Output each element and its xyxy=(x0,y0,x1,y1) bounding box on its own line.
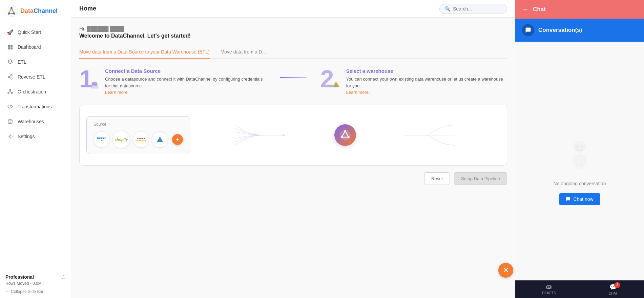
source-icons: Walmart ✦ shopify amazon advertising xyxy=(94,131,183,148)
chat-now-button[interactable]: Chat now xyxy=(559,193,600,205)
share-icon xyxy=(7,73,14,80)
logo-icon xyxy=(5,5,18,17)
datachannel-hub xyxy=(334,124,356,146)
svg-point-36 xyxy=(348,136,350,138)
svg-rect-43 xyxy=(580,165,583,169)
step-2: 2 Select a warehouse You can connect you… xyxy=(320,67,507,95)
logo: DataChannel xyxy=(0,0,71,22)
step-1-title: Connect a Data Source xyxy=(105,68,266,74)
tab-etl[interactable]: Move data from a Data Source to your Dat… xyxy=(79,46,210,59)
step-1-desc: Choose a datasource and connect it with … xyxy=(105,76,266,89)
svg-point-40 xyxy=(581,146,583,147)
header: Home 🔍 xyxy=(71,0,515,18)
svg-rect-17 xyxy=(11,92,13,93)
float-close-button[interactable]: ✕ xyxy=(498,263,513,278)
sidebar-item-settings[interactable]: Settings xyxy=(0,129,71,144)
content-area: Hi, ██████ ████ Welcome to DataChannel, … xyxy=(71,18,515,298)
svg-rect-5 xyxy=(8,45,10,47)
source-box: Source Walmart ✦ shopify amazon advertis… xyxy=(86,116,190,154)
grid-icon xyxy=(7,44,14,50)
step-1-icon xyxy=(89,81,100,91)
svg-point-34 xyxy=(344,130,346,132)
output-flow xyxy=(356,122,500,149)
source-shopify: shopify xyxy=(112,131,130,148)
svg-line-19 xyxy=(8,91,10,92)
source-walmart: Walmart ✦ xyxy=(94,131,110,148)
add-source-button[interactable]: + xyxy=(172,134,183,145)
sidebar: DataChannel 🚀 Quick Start Dashboard ETL xyxy=(0,0,71,298)
svg-point-39 xyxy=(576,146,578,147)
sidebar-item-warehouses[interactable]: Warehouses xyxy=(0,114,71,129)
tickets-button[interactable]: 🎟 TICKETS xyxy=(542,283,556,295)
chat-back-button[interactable]: ← xyxy=(522,5,529,13)
chat-header-title: Chat xyxy=(533,6,546,13)
sidebar-item-dashboard[interactable]: Dashboard xyxy=(0,40,71,55)
svg-point-41 xyxy=(572,154,587,166)
svg-marker-9 xyxy=(8,60,13,62)
svg-point-23 xyxy=(9,136,11,137)
source-label: Source xyxy=(94,122,183,127)
sidebar-item-etl[interactable]: ETL xyxy=(0,55,71,69)
svg-line-14 xyxy=(9,77,11,78)
svg-rect-15 xyxy=(9,89,11,90)
chat-conv-icon xyxy=(522,24,534,36)
code-icon xyxy=(7,103,14,110)
svg-rect-25 xyxy=(92,82,97,86)
tab-reverse-etl[interactable]: Move data from a D... xyxy=(221,46,266,59)
sidebar-item-reverse-etl[interactable]: Reverse ETL xyxy=(0,69,71,84)
hub-icon xyxy=(334,124,356,146)
step-1-link[interactable]: Learn more. xyxy=(105,90,129,95)
chat-tab-button[interactable]: 💬 CHAT 2 xyxy=(609,283,618,295)
gear-icon xyxy=(7,133,14,140)
search-icon: 🔍 xyxy=(444,6,450,12)
source-google-ads xyxy=(152,131,168,148)
output-flow-svg xyxy=(401,122,455,149)
conversations-title: Conversation(s) xyxy=(538,27,582,34)
rocket-icon: 🚀 xyxy=(7,29,14,36)
chat-body: No ongoing conversation Chat now xyxy=(515,42,644,298)
pipeline-diagram: Source Walmart ✦ shopify amazon advertis… xyxy=(79,105,507,166)
greeting-line: Hi, ██████ ████ xyxy=(79,26,507,31)
svg-point-3 xyxy=(8,13,10,15)
flow-arrow xyxy=(190,122,334,149)
chat-panel: ← Chat Conversation(s) No ongoing conver… xyxy=(515,0,644,298)
svg-rect-8 xyxy=(11,47,13,49)
svg-line-21 xyxy=(10,105,11,109)
sidebar-item-quick-start[interactable]: 🚀 Quick Start xyxy=(0,25,71,40)
step-2-icon xyxy=(331,80,341,90)
step-2-content: Select a warehouse You can connect your … xyxy=(346,67,507,95)
chat-header: ← Chat xyxy=(515,0,644,19)
reset-button[interactable]: Reset xyxy=(424,172,450,185)
step-1: 1 Connect a Data Source Choose a datasou… xyxy=(79,67,266,95)
rows-moved: Rows Moved - 0.0M xyxy=(5,281,65,286)
step-connector xyxy=(280,67,307,78)
pipeline-steps: 1 Connect a Data Source Choose a datasou… xyxy=(79,67,507,95)
svg-point-0 xyxy=(6,5,17,17)
search-bar[interactable]: 🔍 xyxy=(439,4,507,14)
plan-external-icon[interactable]: ⬡ xyxy=(61,274,65,280)
svg-line-13 xyxy=(9,76,11,77)
search-input[interactable] xyxy=(453,6,500,12)
svg-point-35 xyxy=(341,136,343,138)
svg-rect-6 xyxy=(11,45,13,47)
sitemap-icon xyxy=(7,88,14,95)
conversations-header: Conversation(s) xyxy=(515,19,644,42)
step-2-link[interactable]: Learn more. xyxy=(346,90,370,95)
svg-point-12 xyxy=(8,76,9,78)
workflow-tabs: Move data from a Data Source to your Dat… xyxy=(79,46,507,59)
sidebar-item-orchestration[interactable]: Orchestration xyxy=(0,84,71,99)
collapse-sidebar-button[interactable]: ← Collapse Side Bar xyxy=(5,289,65,294)
svg-point-10 xyxy=(11,74,12,76)
step-2-desc: You can connect your own existing data w… xyxy=(346,76,507,89)
chat-badge: 2 xyxy=(614,282,620,288)
svg-point-11 xyxy=(11,78,12,79)
step-2-title: Select a warehouse xyxy=(346,68,507,74)
database-icon xyxy=(7,118,14,125)
flow-shape-svg xyxy=(235,122,289,149)
sidebar-item-transformations[interactable]: Transformations xyxy=(0,99,71,114)
setup-pipeline-button[interactable]: Setup Data Pipeline xyxy=(454,172,507,185)
step-1-content: Connect a Data Source Choose a datasourc… xyxy=(105,67,266,95)
svg-rect-7 xyxy=(8,47,10,49)
pipeline-actions: Reset Setup Data Pipeline xyxy=(79,172,507,185)
svg-line-20 xyxy=(10,91,12,92)
